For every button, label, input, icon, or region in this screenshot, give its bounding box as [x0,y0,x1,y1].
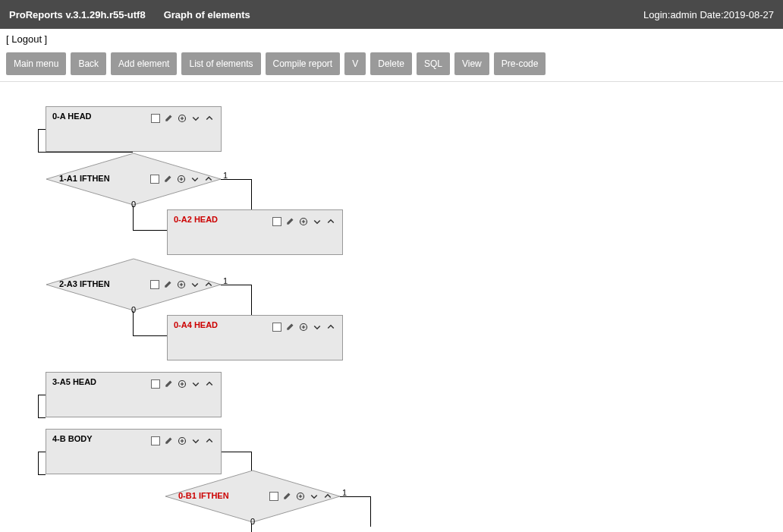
logout-link[interactable]: Logout [11,33,42,45]
bracket-close: ] [42,33,47,45]
chevron-down-icon[interactable] [309,491,319,502]
page-subtitle: Graph of elements [164,9,250,20]
connector [370,496,371,527]
chevron-down-icon[interactable] [190,174,200,184]
branch-0-label: 0 [250,517,255,526]
connector [133,206,134,230]
edit-icon[interactable] [163,436,174,446]
chevron-up-icon[interactable] [204,436,215,446]
view-button[interactable]: View [454,52,489,75]
node-label: 2-A3 IFTHEN [59,279,110,288]
chevron-up-icon[interactable] [325,322,336,332]
checkbox[interactable] [151,379,160,389]
edit-icon[interactable] [281,491,292,502]
node-label: 1-A1 IFTHEN [59,174,110,183]
branch-1-label: 1 [223,171,228,180]
chevron-up-icon[interactable] [325,216,336,227]
connector [38,395,46,395]
graph-canvas-wrapper[interactable]: 0-A HEAD 1-A1 IFTHEN 0 1 0-A2 HEAD [0,82,783,532]
chevron-down-icon[interactable] [190,436,201,446]
add-icon[interactable] [298,216,309,227]
node-label: 0-B1 IFTHEN [178,491,229,500]
node-controls [272,216,336,227]
connector [38,395,39,417]
list-of-elements-button[interactable]: List of elements [181,52,260,75]
main-menu-button[interactable]: Main menu [6,52,66,75]
node-head-a5[interactable]: 3-A5 HEAD [46,372,222,417]
login-label: Login:admin [643,9,697,20]
branch-1-label: 1 [342,488,347,497]
node-controls [272,322,336,332]
chevron-down-icon[interactable] [190,113,201,124]
connector [38,474,46,475]
add-element-button[interactable]: Add element [111,52,177,75]
edit-icon[interactable] [162,174,173,184]
node-controls [150,174,214,184]
node-ifthen-a3[interactable]: 2-A3 IFTHEN 0 1 [46,258,222,311]
connector [133,335,167,336]
chevron-down-icon[interactable] [312,216,322,227]
add-icon[interactable] [176,174,187,184]
branch-1-label: 1 [223,276,228,285]
node-head-a[interactable]: 0-A HEAD [46,106,222,152]
add-icon[interactable] [298,322,309,332]
header-login-date: Login:admin Date:2019-08-27 [643,9,774,20]
compile-report-button[interactable]: Compile report [266,52,341,75]
checkbox[interactable] [151,436,160,445]
chevron-up-icon[interactable] [203,174,214,184]
checkbox[interactable] [272,323,281,332]
chevron-up-icon[interactable] [204,379,215,389]
checkbox[interactable] [150,280,159,289]
edit-icon[interactable] [163,379,174,389]
connector [38,452,46,452]
checkbox[interactable] [151,114,160,123]
connector [133,230,167,231]
node-controls [269,491,333,502]
edit-icon[interactable] [285,216,295,227]
chevron-down-icon[interactable] [190,379,201,389]
connector [38,129,46,130]
connector [38,452,39,474]
sql-button[interactable]: SQL [417,52,450,75]
app-header: ProReports v.3.1.29h.r55-utf8 Graph of e… [0,0,783,29]
add-icon[interactable] [177,379,187,389]
connector [38,417,46,418]
delete-button[interactable]: Delete [370,52,412,75]
chevron-up-icon[interactable] [203,279,214,290]
pre-code-button[interactable]: Pre-code [494,52,546,75]
logout-row: [ Logout ] [0,29,783,49]
branch-0-label: 0 [131,200,136,209]
node-label: 0-A HEAD [52,112,92,121]
chevron-down-icon[interactable] [312,322,322,332]
add-icon[interactable] [177,436,187,446]
chevron-up-icon[interactable] [322,491,333,502]
checkbox[interactable] [272,217,281,226]
node-head-a4[interactable]: 0-A4 HEAD [167,315,343,360]
node-body-b[interactable]: 4-B BODY [46,429,222,474]
connector [251,179,252,209]
node-controls [150,279,214,290]
back-button[interactable]: Back [71,52,106,75]
add-icon[interactable] [295,491,306,502]
checkbox[interactable] [269,492,278,501]
node-label: 0-A4 HEAD [174,320,218,329]
graph-canvas: 0-A HEAD 1-A1 IFTHEN 0 1 0-A2 HEAD [0,82,766,532]
node-head-a2[interactable]: 0-A2 HEAD [167,209,343,255]
v-button[interactable]: V [344,52,366,75]
edit-icon[interactable] [163,113,174,124]
connector [221,452,251,452]
add-icon[interactable] [177,113,187,124]
checkbox[interactable] [150,175,159,184]
connector [38,129,39,152]
node-ifthen-b1[interactable]: 0-B1 IFTHEN 0 1 [165,470,341,523]
connector [251,285,252,315]
chevron-down-icon[interactable] [190,279,200,290]
date-label: Date:2019-08-27 [700,9,774,20]
node-controls [151,379,215,389]
add-icon[interactable] [176,279,187,290]
node-ifthen-a1[interactable]: 1-A1 IFTHEN 0 1 [46,153,222,206]
edit-icon[interactable] [285,322,295,332]
edit-icon[interactable] [162,279,173,290]
node-label: 0-A2 HEAD [174,215,218,224]
chevron-up-icon[interactable] [204,113,215,124]
